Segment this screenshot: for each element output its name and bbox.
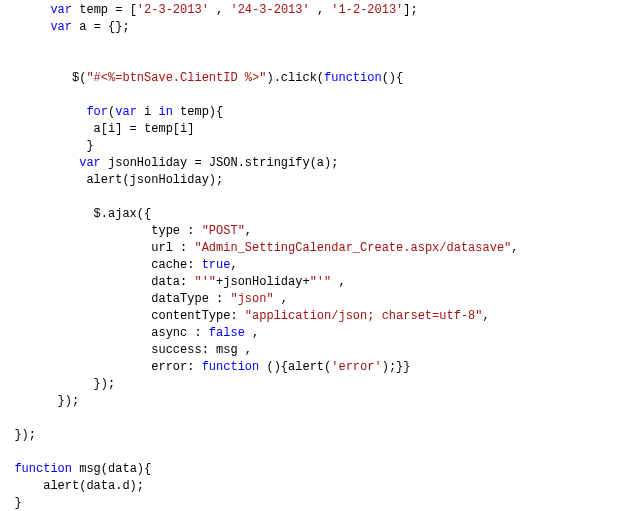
code-token: data:: [0, 275, 194, 289]
code-token: dataType :: [0, 292, 230, 306]
code-token: '1-2-2013': [331, 3, 403, 17]
code-token: ,: [310, 3, 332, 17]
code-token: );}}: [382, 360, 411, 374]
code-token: ,: [331, 275, 345, 289]
code-token: ,: [245, 326, 259, 340]
code-token: success: msg ,: [0, 343, 252, 357]
code-token: async :: [0, 326, 209, 340]
code-token: a[i] = temp[i]: [0, 122, 194, 136]
code-token: [0, 3, 50, 17]
code-token: "json": [230, 292, 273, 306]
code-token: [0, 156, 79, 170]
code-token: });: [0, 428, 36, 442]
code-token: url :: [0, 241, 194, 255]
code-token: cache:: [0, 258, 202, 272]
code-token: +jsonHoliday+: [216, 275, 310, 289]
code-token: ,: [511, 241, 518, 255]
code-token: }: [0, 496, 22, 510]
code-token: msg(data){: [72, 462, 151, 476]
code-token: a = {};: [72, 20, 130, 34]
code-token: '2-3-2013': [137, 3, 209, 17]
code-token: [0, 105, 86, 119]
code-token: var: [50, 20, 72, 34]
code-token: in: [158, 105, 172, 119]
code-token: });: [0, 377, 115, 391]
code-token: [0, 462, 14, 476]
code-token: error:: [0, 360, 202, 374]
code-token: $.ajax({: [0, 207, 151, 221]
code-token: ,: [245, 224, 252, 238]
code-token: "#<%=btnSave.ClientID %>": [86, 71, 266, 85]
code-token: "'": [194, 275, 216, 289]
code-token: var: [50, 3, 72, 17]
code-token: "'": [310, 275, 332, 289]
code-token: false: [209, 326, 245, 340]
code-token: function: [324, 71, 382, 85]
code-token: alert(data.d);: [0, 479, 144, 493]
code-token: type :: [0, 224, 202, 238]
code-token: ,: [482, 309, 489, 323]
code-token: ,: [209, 3, 231, 17]
code-token: ).click(: [266, 71, 324, 85]
code-token: var: [79, 156, 101, 170]
code-token: }: [0, 139, 94, 153]
code-token: contentType:: [0, 309, 245, 323]
code-token: (){alert(: [259, 360, 331, 374]
code-token: "Admin_SettingCalendar_Create.aspx/datas…: [194, 241, 511, 255]
code-token: });: [0, 394, 79, 408]
code-snippet: var temp = ['2-3-2013' , '24-3-2013' , '…: [0, 0, 619, 511]
code-token: function: [14, 462, 72, 476]
code-token: ];: [403, 3, 417, 17]
code-token: temp = [: [72, 3, 137, 17]
code-token: jsonHoliday = JSON.stringify(a);: [101, 156, 339, 170]
code-token: '24-3-2013': [230, 3, 309, 17]
code-token: ,: [274, 292, 288, 306]
code-token: [0, 20, 50, 34]
code-token: temp){: [173, 105, 223, 119]
code-token: i: [137, 105, 159, 119]
code-token: for: [86, 105, 108, 119]
code-token: "POST": [202, 224, 245, 238]
code-token: alert(jsonHoliday);: [0, 173, 223, 187]
code-token: var: [115, 105, 137, 119]
code-token: "application/json; charset=utf-8": [245, 309, 483, 323]
code-token: ,: [230, 258, 237, 272]
code-token: 'error': [331, 360, 381, 374]
code-token: true: [202, 258, 231, 272]
code-token: $(: [0, 71, 86, 85]
code-token: function: [202, 360, 260, 374]
code-token: (){: [382, 71, 404, 85]
